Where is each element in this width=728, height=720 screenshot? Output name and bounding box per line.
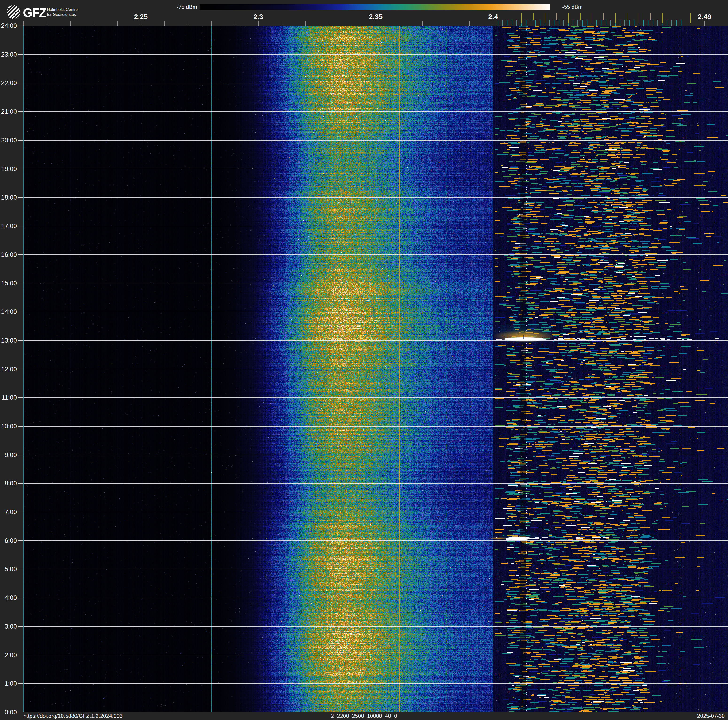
wifi-channel-tick [544,13,545,23]
time-tick-label: 19:00 [1,165,17,173]
wifi-channel-tick [615,13,616,23]
colorbar-min-label: -75 dBm [177,4,197,10]
wifi-channel-tick [580,13,581,20]
time-tick-label: 7:00 [5,509,17,516]
bluetooth-channel-tick [596,20,597,26]
freq-minor-tick [117,21,118,26]
bluetooth-channel-tick [681,20,681,26]
time-tick-mark [18,569,23,569]
time-tick-label: 4:00 [5,594,17,602]
bluetooth-channel-tick [559,20,559,26]
freq-minor-tick [305,21,306,26]
time-tick-label: 2:00 [5,651,17,659]
gfz-logo-subtitle-line2: for Geosciences [47,12,78,17]
time-tick-mark [18,626,23,627]
time-tick-label: 8:00 [5,480,17,487]
freq-minor-tick [188,21,188,26]
time-tick-mark [18,541,23,541]
time-tick-label: 23:00 [1,51,17,58]
freq-minor-tick [141,21,141,26]
bluetooth-channel-tick [624,20,625,26]
time-tick-mark [18,455,23,455]
time-tick-mark [18,512,23,512]
gfz-logo-subtitle-line1: Helmholtz Centre [47,7,78,12]
time-tick-label: 12:00 [1,365,17,373]
freq-minor-tick [493,21,493,26]
time-tick-label: 13:00 [1,337,17,344]
footer-date: 2025-07-30 [697,713,725,719]
bluetooth-channel-tick [667,20,667,26]
freq-minor-tick [23,21,24,26]
freq-minor-tick [164,21,165,26]
time-tick-mark [18,54,23,55]
wifi-channel-tick [662,13,663,23]
wifi-channel-tick [521,13,522,23]
bluetooth-channel-tick [573,20,573,26]
spectrogram-canvas [23,26,728,712]
time-tick-mark [18,140,23,141]
freq-minor-tick [281,21,282,26]
time-tick-label: 16:00 [1,251,17,258]
time-tick-mark [18,197,23,198]
bluetooth-channel-tick [531,20,531,26]
gfz-logo-acronym: GFZ [23,6,46,20]
wifi-channel14-tick [690,13,691,23]
time-tick-mark [18,712,23,712]
time-tick-mark [18,226,23,226]
bluetooth-channel-tick [657,20,658,26]
bluetooth-channel-tick [587,20,587,26]
time-tick-mark [18,483,23,484]
bluetooth-channel-tick [507,20,508,26]
gfz-logo-globe-icon [6,5,20,19]
bluetooth-channel-tick [606,20,606,26]
freq-minor-tick [258,21,258,26]
bluetooth-channel-tick [535,20,536,26]
wifi-channel-tick [533,13,534,20]
time-tick-label: 9:00 [5,451,17,458]
wifi-channel-tick [568,13,569,23]
freq-minor-tick [94,21,94,26]
freq-minor-tick [422,21,423,26]
colorbar [200,5,551,10]
freq-minor-tick [446,21,447,26]
bluetooth-channel-tick [629,20,630,26]
time-tick-label: 17:00 [1,222,17,230]
wifi-channel-tick [603,13,604,20]
time-tick-mark [18,369,23,369]
freq-tick-label: 2.49 [698,13,711,21]
freq-minor-tick [235,21,235,26]
bluetooth-channel-tick [549,20,550,26]
time-tick-label: 20:00 [1,136,17,144]
wifi-channel-tick [627,13,627,20]
time-tick-mark [18,312,23,312]
time-tick-label: 21:00 [1,108,17,115]
freq-minor-tick [70,21,71,26]
time-tick-label: 22:00 [1,80,17,87]
freq-minor-tick [470,21,470,26]
freq-minor-tick [352,21,352,26]
bluetooth-channel-tick [610,20,611,26]
freq-tick-label: 2.4 [488,13,498,21]
freq-minor-tick [47,21,47,26]
bluetooth-channel-tick [643,20,644,26]
freq-tick-label: 2.25 [134,13,148,21]
time-tick-label: 18:00 [1,194,17,201]
time-tick-label: 5:00 [5,565,17,573]
time-tick-label: 14:00 [1,308,17,316]
freq-minor-tick [211,21,212,26]
colorbar-max-label: -55 dBm [562,4,583,10]
wifi-channel-tick [592,13,592,23]
bluetooth-channel-tick [676,20,677,26]
spectrogram-page: GFZ Helmholtz Centre for Geosciences -75… [0,0,728,720]
time-tick-label: 1:00 [5,680,17,687]
freq-minor-tick [704,21,705,26]
bluetooth-channel-tick [634,20,634,26]
bluetooth-channel-tick [498,20,498,26]
freq-minor-tick [399,21,399,26]
time-tick-mark [18,426,23,426]
freq-minor-tick [376,21,376,26]
wifi-channel-tick [639,13,639,23]
wifi-channel-tick [556,13,557,20]
bluetooth-channel-tick [653,20,653,26]
time-tick-label: 15:00 [1,280,17,287]
